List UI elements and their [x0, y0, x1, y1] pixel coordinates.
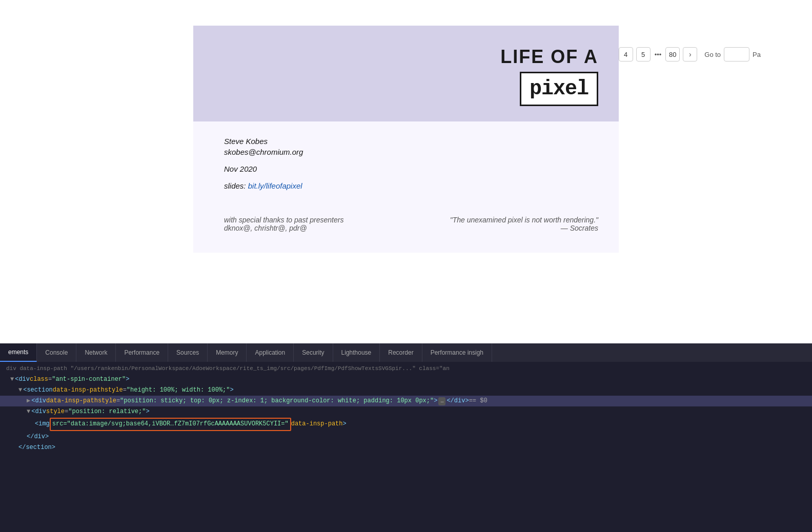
slide-thanks-left: with special thanks to past presenters d…	[224, 216, 343, 232]
slide-slides-line: slides: bit.ly/lifeofapixel	[224, 181, 598, 190]
next-page-button[interactable]: ›	[683, 47, 697, 62]
tab-elements[interactable]: ements	[0, 343, 37, 362]
code-line-close-div: </div>	[0, 432, 812, 442]
tab-performance-insights[interactable]: Performance insigh	[422, 343, 492, 362]
slide-title: LIFE OF A pixel	[500, 46, 598, 106]
code-line-img[interactable]: <img src="data:image/svg;base64,iVBOR…fZ…	[0, 417, 812, 431]
tab-memory[interactable]: Memory	[208, 343, 247, 362]
devtools-code-view: div data-insp-path "/users/rankenbin/Per…	[0, 362, 812, 532]
code-line-div-sticky[interactable]: ▶ <div data-insp-path style = "position:…	[0, 396, 812, 406]
tab-security[interactable]: Security	[294, 343, 333, 362]
slide-email: skobes@chromium.org	[224, 148, 598, 156]
slide-pixel-text: pixel	[530, 77, 588, 100]
slide-author: Steve Kobes	[224, 137, 598, 146]
goto-label: Go to	[704, 51, 721, 58]
pdf-viewer: ‹ 1 2 3 4 5 ••• 80 › Go to Pa LIFE OF A …	[0, 0, 812, 343]
code-line-div-spin[interactable]: ▼ <div class = "ant-spin-container" >	[0, 374, 812, 385]
slide-content: LIFE OF A pixel Steve Kobes skobes@chrom…	[193, 26, 619, 253]
tab-console[interactable]: Console	[37, 343, 76, 362]
tab-sources[interactable]: Sources	[168, 343, 208, 362]
page-4-button[interactable]: 4	[619, 47, 633, 62]
page-last-button[interactable]: 80	[665, 47, 680, 62]
slide-pixel-box: pixel	[520, 72, 598, 106]
code-line-section[interactable]: ▼ <section data-insp-path style = "heigh…	[0, 385, 812, 396]
page-suffix-label: Pa	[753, 51, 761, 58]
slide-link[interactable]: bit.ly/lifeofapixel	[248, 181, 302, 190]
slide-thanks: with special thanks to past presenters d…	[224, 216, 598, 232]
page-ellipsis: •••	[654, 51, 663, 58]
slide-date: Nov 2020	[224, 165, 598, 173]
slide-quote: "The unexamined pixel is not worth rende…	[450, 216, 598, 232]
devtools-panel: ements Console Network Performance Sourc…	[0, 343, 812, 532]
slide-body: Steve Kobes skobes@chromium.org Nov 2020…	[193, 121, 619, 253]
tab-lighthouse[interactable]: Lighthouse	[333, 343, 380, 362]
code-line-div-relative[interactable]: ▼ <div style = "position: relative;" >	[0, 406, 812, 417]
devtools-tab-bar: ements Console Network Performance Sourc…	[0, 343, 812, 362]
tab-performance[interactable]: Performance	[116, 343, 168, 362]
tab-application[interactable]: Application	[247, 343, 294, 362]
code-line-fade: div data-insp-path "/users/rankenbin/Per…	[0, 364, 812, 374]
goto-page-input[interactable]	[724, 47, 749, 62]
code-line-close-section: </section>	[0, 442, 812, 453]
tab-recorder[interactable]: Recorder	[380, 343, 422, 362]
slide-header: LIFE OF A pixel	[193, 26, 619, 121]
page-5-button[interactable]: 5	[636, 47, 651, 62]
slide-title-line1: LIFE OF A	[500, 46, 598, 68]
img-src-attribute: src="data:image/svg;base64,iVBOR…fZ7mI07…	[50, 418, 291, 431]
tab-network[interactable]: Network	[76, 343, 116, 362]
